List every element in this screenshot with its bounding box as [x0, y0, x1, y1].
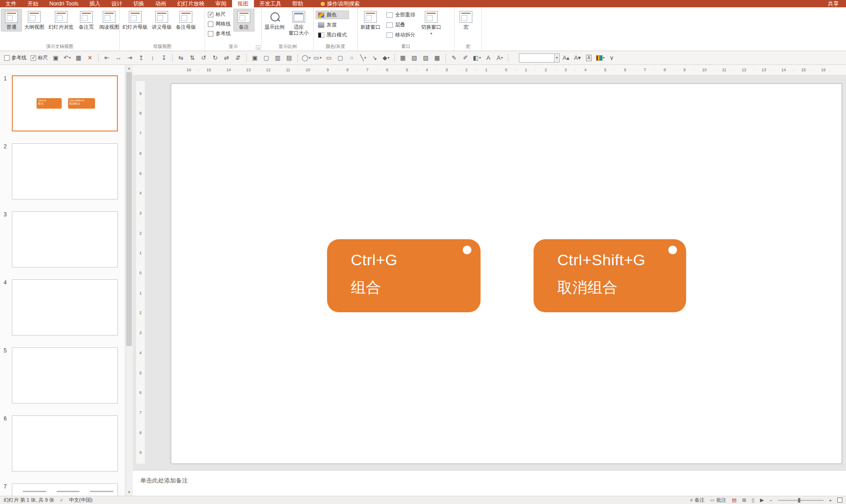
shape-ctrl-g[interactable]: Ctrl+G 组合: [327, 239, 481, 312]
grayscale-button[interactable]: 灰度: [316, 21, 349, 29]
slide-1-thumbnail[interactable]: Ctrl+G组合Ctrl+Shift+G取消组合: [12, 75, 118, 131]
tab-slide-show[interactable]: 幻灯片放映: [172, 0, 210, 7]
tab-review[interactable]: 审阅: [210, 0, 232, 7]
scroll-up-icon[interactable]: ▲: [125, 65, 133, 72]
tab-developer[interactable]: 开发工具: [254, 0, 287, 7]
normal-view-button[interactable]: 普通: [1, 9, 22, 31]
outline-view-button[interactable]: 大纲视图: [22, 9, 46, 31]
distribute-vertical-icon[interactable]: ⇅: [187, 53, 197, 63]
fill-bucket-icon[interactable]: ◧▾: [472, 53, 482, 63]
align-center-icon[interactable]: ↔: [113, 53, 123, 63]
notes-master-button[interactable]: 备注母版: [174, 9, 198, 31]
rotate-right-icon[interactable]: ↻: [210, 53, 220, 63]
ruler-checkbox[interactable]: 标尺: [208, 11, 231, 18]
eyedropper-icon[interactable]: ✎: [449, 53, 459, 63]
tab-animations[interactable]: 动画: [150, 0, 172, 7]
align-top-icon[interactable]: ↥: [136, 53, 146, 63]
character-border-icon[interactable]: A: [584, 53, 594, 63]
thumbnail-scrollbar[interactable]: ▲ ▼: [125, 65, 133, 496]
notes-button[interactable]: 备注: [233, 9, 254, 31]
font-color-icon[interactable]: A▾: [495, 53, 505, 63]
cascade-button[interactable]: 层叠: [384, 21, 418, 29]
handout-master-button[interactable]: 讲义母版: [150, 9, 174, 31]
horizontal-ruler[interactable]: 1615141312111098765432101234567891011121…: [133, 65, 846, 75]
close-icon[interactable]: ✕: [85, 53, 95, 63]
comments-toggle[interactable]: ▭批注: [710, 497, 726, 504]
slide-master-button[interactable]: 幻灯片母版: [121, 9, 149, 31]
selection-pane-icon[interactable]: ▤: [284, 53, 294, 63]
slideshow-button[interactable]: ▶: [760, 497, 764, 503]
save-icon[interactable]: ▣: [51, 53, 61, 63]
fit-to-window-button[interactable]: 适应窗口大小: [287, 9, 311, 37]
shape-fill-icon[interactable]: ◆▾: [381, 53, 391, 63]
tab-nordri-tools[interactable]: Nordri Tools: [44, 0, 84, 7]
black-white-button[interactable]: 黑白模式: [316, 31, 349, 39]
slide-canvas[interactable]: Ctrl+G 组合 Ctrl+Shift+G 取消组合: [171, 84, 842, 464]
slide-sorter-button[interactable]: 幻灯片浏览: [47, 9, 75, 31]
oval-tool-icon[interactable]: ◯▾: [301, 53, 311, 63]
switch-windows-button[interactable]: 切换窗口▾: [419, 9, 443, 38]
tab-home[interactable]: 开始: [22, 0, 44, 7]
flip-horizontal-icon[interactable]: ⇄: [222, 53, 232, 63]
group-icon[interactable]: ▣: [250, 53, 260, 63]
fit-slide-to-window-icon[interactable]: [837, 498, 842, 503]
line-tool-icon[interactable]: ╲▾: [358, 53, 368, 63]
slide-5-thumbnail[interactable]: [12, 347, 118, 404]
new-window-button[interactable]: 新建窗口: [359, 9, 382, 31]
tab-help[interactable]: 帮助: [287, 0, 309, 7]
rotate-left-icon[interactable]: ↺: [199, 53, 209, 63]
slide-sorter-button[interactable]: ⊞: [742, 497, 746, 503]
notes-page-button[interactable]: 备注页: [76, 9, 97, 31]
undo-icon[interactable]: ↶▾: [62, 53, 72, 63]
vertical-ruler[interactable]: 9876543210123456789··················: [136, 81, 145, 464]
tab-design[interactable]: 设计: [106, 0, 128, 7]
clip-art-icon[interactable]: ▩: [432, 53, 442, 63]
table-icon[interactable]: ▦: [74, 53, 84, 63]
shape-ctrl-shift-g[interactable]: Ctrl+Shift+G 取消组合: [534, 239, 686, 312]
tab-transitions[interactable]: 切换: [128, 0, 150, 7]
shape-tool-icon[interactable]: ▭▾: [312, 53, 323, 63]
screenshot-icon[interactable]: ▧: [409, 53, 419, 63]
font-size-combo[interactable]: ▾: [519, 53, 560, 63]
tab-insert[interactable]: 插入: [84, 0, 106, 7]
proofing-icon[interactable]: ✓: [60, 498, 63, 503]
scrollbar-thumb[interactable]: [126, 72, 132, 346]
distribute-horizontal-icon[interactable]: ⇆: [176, 53, 186, 63]
align-bottom-icon[interactable]: ↧: [159, 53, 169, 63]
tab-view[interactable]: 视图: [232, 0, 254, 7]
color-scheme-icon[interactable]: ▾: [595, 53, 605, 63]
rounded-rectangle-icon[interactable]: ▢: [335, 53, 345, 63]
zoom-slider-thumb[interactable]: [798, 498, 800, 503]
zoom-out-button[interactable]: −: [769, 498, 772, 503]
color-button[interactable]: 颜色: [316, 10, 349, 19]
decrease-font-icon[interactable]: A▾: [572, 53, 582, 63]
ellipse-icon[interactable]: ○: [347, 53, 357, 63]
reading-view-button[interactable]: 阅读视图: [97, 9, 121, 31]
scroll-down-icon[interactable]: ▼: [125, 489, 133, 496]
regroup-icon[interactable]: ▥: [273, 53, 283, 63]
move-split-button[interactable]: 移动拆分: [384, 31, 418, 39]
align-left-icon[interactable]: ⇤: [102, 53, 112, 63]
slide-2-thumbnail[interactable]: [12, 143, 118, 200]
arrange-all-button[interactable]: 全部重排: [384, 10, 418, 19]
more-tools-icon[interactable]: ∨: [607, 53, 617, 63]
show-dialog-launcher-icon[interactable]: ↘: [256, 45, 260, 50]
ungroup-icon[interactable]: ▢: [261, 53, 271, 63]
zoom-level-button[interactable]: 显示比例: [263, 9, 286, 31]
notes-pane[interactable]: 单击此处添加备注: [133, 470, 846, 496]
guides-checkbox[interactable]: 参考线: [208, 30, 231, 37]
align-right-icon[interactable]: ⇥: [125, 53, 135, 63]
guides-toggle[interactable]: 参考线: [3, 53, 28, 63]
slide-7-thumbnail[interactable]: [12, 483, 118, 496]
slide-4-thumbnail[interactable]: [12, 279, 118, 336]
align-middle-icon[interactable]: ↕: [148, 53, 158, 63]
increase-font-icon[interactable]: A▴: [561, 53, 571, 63]
arrow-icon[interactable]: ↘: [370, 53, 380, 63]
pen-icon[interactable]: ✐: [460, 53, 471, 63]
macro-button[interactable]: 宏: [455, 9, 476, 31]
ruler-toggle[interactable]: 标尺: [29, 53, 49, 63]
notes-toggle[interactable]: ≡备注: [690, 497, 705, 504]
gridlines-checkbox[interactable]: 网格线: [208, 21, 231, 27]
photo-album-icon[interactable]: ▨: [421, 53, 431, 63]
flip-vertical-icon[interactable]: ⇵: [233, 53, 243, 63]
